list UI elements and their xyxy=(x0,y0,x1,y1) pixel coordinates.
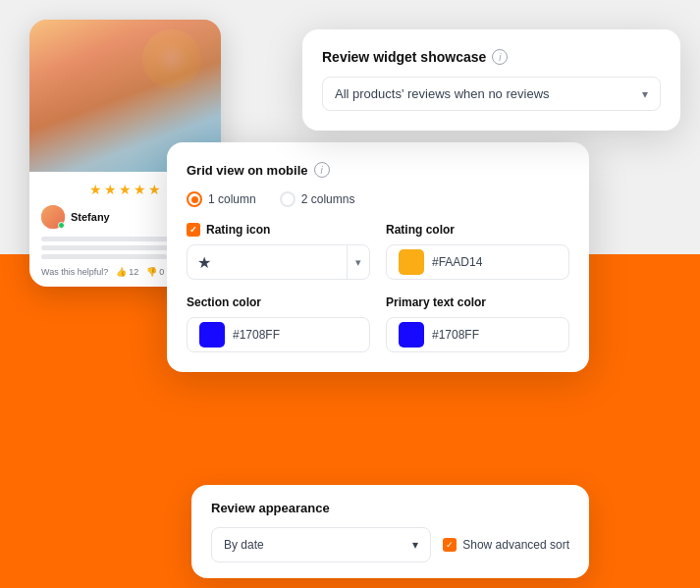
primary-text-color-label: Primary text color xyxy=(386,295,569,309)
radio-1-label: 1 column xyxy=(208,192,256,206)
section-color-control[interactable]: #1708FF xyxy=(187,317,370,352)
chevron-down-icon: ▾ xyxy=(642,87,648,101)
star-3: ★ xyxy=(119,182,132,197)
review-appearance-title: Review appearance xyxy=(211,501,569,515)
section-color-field: Section color #1708FF xyxy=(187,295,370,352)
like-count: 12 xyxy=(129,267,138,277)
grid-view-title: Grid view on mobile i xyxy=(187,162,569,178)
check-icon: ✓ xyxy=(189,225,197,235)
rating-icon-chevron[interactable]: ▾ xyxy=(347,245,369,279)
radio-2-circle xyxy=(280,191,296,207)
rating-color-label: Rating color xyxy=(386,223,569,237)
advanced-sort-check-icon: ✓ xyxy=(446,540,454,550)
rating-icon-field: ✓ Rating icon ★ ▾ xyxy=(187,223,370,280)
settings-panel-title: Review widget showcase i xyxy=(322,49,661,65)
rating-icon-control[interactable]: ★ ▾ xyxy=(187,244,370,280)
section-color-label-text: Section color xyxy=(187,295,261,309)
advanced-sort-checkbox[interactable]: ✓ xyxy=(443,538,457,552)
column-radio-group: 1 column 2 columns xyxy=(187,191,569,207)
helpful-label: Was this helpful? xyxy=(41,267,108,277)
radio-2-label: 2 columns xyxy=(301,192,355,206)
review-appearance-row: By date ▾ ✓ Show advanced sort xyxy=(211,527,569,562)
grid-info-icon[interactable]: i xyxy=(314,162,330,178)
thumbs-down-icon: 👎 xyxy=(146,267,157,277)
review-sort-dropdown[interactable]: By date ▾ xyxy=(211,527,431,562)
radio-1-circle xyxy=(187,191,202,207)
like-button[interactable]: 👍 12 xyxy=(116,267,138,277)
primary-text-color-swatch xyxy=(399,322,424,347)
show-advanced-sort[interactable]: ✓ Show advanced sort xyxy=(443,538,569,552)
review-sort-chevron: ▾ xyxy=(412,538,418,552)
settings-title-text: Review widget showcase xyxy=(322,49,486,65)
rating-icon-value: ★ xyxy=(188,253,347,272)
star-2: ★ xyxy=(104,182,117,197)
grid-view-title-text: Grid view on mobile xyxy=(187,163,308,178)
username: Stefany xyxy=(71,211,110,223)
text-line-3 xyxy=(41,254,167,259)
star-4: ★ xyxy=(134,182,146,197)
section-color-hex: #1708FF xyxy=(233,328,280,342)
dislike-count: 0 xyxy=(159,267,164,277)
primary-text-color-control[interactable]: #1708FF xyxy=(386,317,569,352)
color-form-grid: ✓ Rating icon ★ ▾ Rating color #FAAD14 S… xyxy=(187,223,569,352)
widget-showcase-dropdown[interactable]: All products' reviews when no reviews ▾ xyxy=(322,77,661,111)
avatar xyxy=(41,205,65,229)
rating-color-control[interactable]: #FAAD14 xyxy=(386,244,569,280)
rating-icon-checkbox[interactable]: ✓ xyxy=(187,223,200,237)
rating-icon-label-text: Rating icon xyxy=(206,223,270,237)
info-icon[interactable]: i xyxy=(492,49,508,65)
bottom-panel: Review appearance By date ▾ ✓ Show advan… xyxy=(191,485,589,578)
star-5: ★ xyxy=(148,182,161,197)
primary-text-color-hex: #1708FF xyxy=(432,328,479,342)
star-1: ★ xyxy=(89,182,102,197)
rating-icon-label: ✓ Rating icon xyxy=(187,223,370,237)
review-sort-value: By date xyxy=(224,538,264,552)
dropdown-value: All products' reviews when no reviews xyxy=(335,86,550,101)
review-appearance-title-text: Review appearance xyxy=(211,501,330,515)
rating-color-swatch xyxy=(399,249,424,275)
primary-text-color-label-text: Primary text color xyxy=(386,295,486,309)
primary-text-color-field: Primary text color #1708FF xyxy=(386,295,569,352)
inner-panel: Grid view on mobile i 1 column 2 columns… xyxy=(167,142,589,372)
section-color-label: Section color xyxy=(187,295,370,309)
section-color-swatch xyxy=(199,322,225,347)
online-indicator xyxy=(58,222,65,229)
dislike-button[interactable]: 👎 0 xyxy=(146,267,164,277)
advanced-sort-label: Show advanced sort xyxy=(462,538,569,552)
radio-1-column[interactable]: 1 column xyxy=(187,191,256,207)
rating-color-label-text: Rating color xyxy=(386,223,455,237)
settings-panel: Review widget showcase i All products' r… xyxy=(302,29,680,131)
thumbs-up-icon: 👍 xyxy=(116,267,127,277)
radio-2-columns[interactable]: 2 columns xyxy=(280,191,355,207)
rating-color-field: Rating color #FAAD14 xyxy=(386,223,569,280)
rating-color-hex: #FAAD14 xyxy=(432,255,482,269)
